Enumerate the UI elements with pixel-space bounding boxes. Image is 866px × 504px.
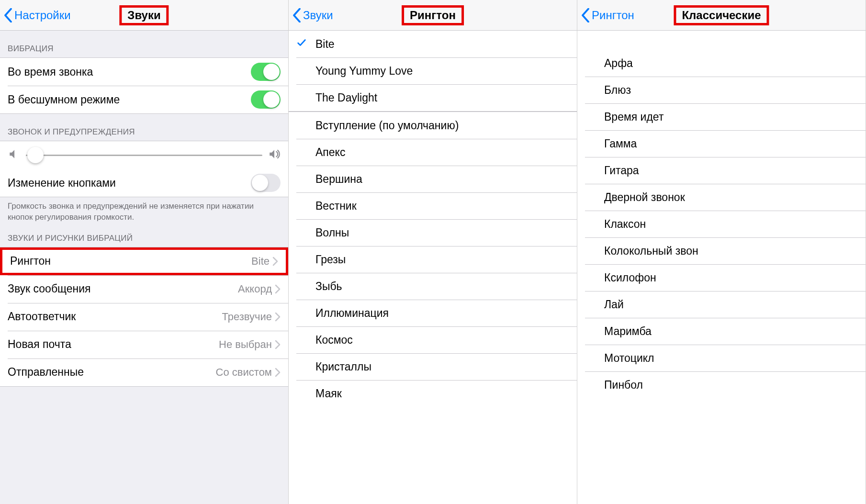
group-ringer: Изменение кнопками [0, 141, 288, 197]
content-scroll[interactable]: ВИБРАЦИЯ Во время звонка В бесшумном реж… [0, 31, 288, 504]
classic-item[interactable]: Пинбол [577, 371, 866, 398]
chevron-left-icon [292, 8, 301, 22]
classic-item[interactable]: Время идет [577, 103, 866, 130]
row-sound-setting[interactable]: АвтоответчикТрезвучие [0, 303, 288, 331]
chevron-left-icon [4, 8, 12, 22]
chevron-left-icon [581, 8, 590, 22]
ringtone-label: Вступление (по умолчанию) [315, 119, 569, 132]
chevron-right-icon [275, 312, 281, 322]
row-label: Во время звонка [8, 66, 251, 78]
classic-item[interactable]: Клаксон [577, 211, 866, 237]
row-label: Рингтон [10, 255, 251, 268]
classic-label: Арфа [604, 57, 858, 70]
ringtone-item[interactable]: Кристаллы [289, 353, 577, 380]
classic-label: Лай [604, 298, 858, 311]
row-label: Звук сообщения [8, 282, 238, 295]
ringtone-item[interactable]: Космос [289, 326, 577, 353]
ringtone-item[interactable]: Грезы [289, 246, 577, 273]
ringtone-item[interactable]: The Daylight [289, 84, 577, 111]
ringtone-label: Зыбь [315, 280, 569, 293]
section-header-ringer: ЗВОНОК И ПРЕДУПРЕЖДЕНИЯ [0, 114, 288, 141]
row-vibrate-on-silent[interactable]: В бесшумном режиме [0, 86, 288, 113]
ringtone-label: Вершина [315, 173, 569, 186]
switch-vibrate-on-silent[interactable] [251, 90, 281, 109]
ringtone-item[interactable]: Апекс [289, 139, 577, 166]
classic-item[interactable]: Гитара [577, 157, 866, 184]
classic-label: Колокольный звон [604, 245, 858, 258]
ringtone-label: Волны [315, 226, 569, 239]
ringtone-label: Апекс [315, 146, 569, 159]
navbar: Рингтон Классические [577, 0, 866, 31]
ringtone-list[interactable]: BiteYoung Yummy LoveThe DaylightВступлен… [289, 31, 577, 504]
classic-item[interactable]: Ксилофон [577, 264, 866, 291]
ringtone-item[interactable]: Волны [289, 219, 577, 246]
screen-classic: Рингтон Классические АрфаБлюзВремя идетГ… [577, 0, 866, 504]
back-label: Настройки [14, 9, 71, 22]
row-label: Отправленные [8, 366, 216, 379]
row-label: В бесшумном режиме [8, 93, 251, 106]
row-vibrate-on-ring[interactable]: Во время звонка [0, 58, 288, 86]
back-button[interactable]: Звуки [292, 8, 333, 22]
row-change-with-buttons[interactable]: Изменение кнопками [0, 169, 288, 197]
group-vibration: Во время звонка В бесшумном режиме [0, 57, 288, 114]
chevron-right-icon [272, 257, 278, 266]
switch-change-with-buttons[interactable] [251, 174, 281, 192]
ringtone-item[interactable]: Иллюминация [289, 300, 577, 326]
row-sound-setting[interactable]: ОтправленныеСо свистом [0, 358, 288, 386]
classic-label: Время идет [604, 111, 858, 123]
navbar: Настройки Звуки [0, 0, 288, 31]
row-sound-setting[interactable]: Новая почтаНе выбран [0, 331, 288, 358]
row-label: Изменение кнопками [8, 177, 251, 190]
ringtone-label: Bite [315, 38, 569, 51]
back-label: Звуки [303, 9, 333, 22]
back-button[interactable]: Рингтон [581, 8, 634, 22]
section-header-vibration: ВИБРАЦИЯ [0, 31, 288, 57]
ringtone-item[interactable]: Вестник [289, 192, 577, 219]
back-label: Рингтон [592, 9, 634, 22]
row-value: Трезвучие [222, 311, 272, 323]
ringtone-item[interactable]: Вершина [289, 166, 577, 192]
volume-slider[interactable] [26, 155, 262, 156]
ringtone-item[interactable]: Маяк [289, 380, 577, 407]
row-volume-slider[interactable] [0, 141, 288, 169]
classic-label: Дверной звонок [604, 191, 858, 204]
slider-thumb[interactable] [27, 147, 44, 163]
switch-vibrate-on-ring[interactable] [251, 63, 281, 81]
ringtone-label: Иллюминация [315, 307, 569, 320]
classic-label: Гитара [604, 164, 858, 177]
classic-label: Ксилофон [604, 271, 858, 284]
ringtone-label: Маяк [315, 387, 569, 400]
classic-item[interactable]: Колокольный звон [577, 237, 866, 264]
chevron-right-icon [275, 340, 281, 349]
volume-high-icon [268, 148, 281, 162]
section-footer-ringer: Громкость звонка и предупреждений не изм… [0, 197, 288, 225]
classic-list[interactable]: АрфаБлюзВремя идетГаммаГитараДверной зво… [577, 31, 866, 504]
ringtone-item[interactable]: Вступление (по умолчанию) [289, 112, 577, 139]
chevron-right-icon [275, 368, 281, 377]
ringtone-label: Кристаллы [315, 360, 569, 373]
classic-label: Мотоцикл [604, 352, 858, 365]
classic-item[interactable]: Блюз [577, 77, 866, 103]
classic-item[interactable]: Арфа [577, 50, 866, 77]
classic-item[interactable]: Дверной звонок [577, 184, 866, 211]
back-button[interactable]: Настройки [4, 8, 71, 22]
ringtone-item[interactable]: Зыбь [289, 273, 577, 300]
section-header-sounds: ЗВУКИ И РИСУНКИ ВИБРАЦИЙ [0, 225, 288, 247]
group-sounds: РингтонBiteЗвук сообщенияАккордАвтоответ… [0, 247, 288, 387]
navbar: Звуки Рингтон [289, 0, 577, 31]
row-sound-setting[interactable]: РингтонBite [0, 247, 288, 275]
classic-label: Клаксон [604, 218, 858, 231]
classic-item[interactable]: Лай [577, 291, 866, 318]
classic-item[interactable]: Гамма [577, 130, 866, 157]
row-value: Не выбран [219, 338, 272, 351]
ringtone-item[interactable]: Bite [289, 31, 577, 57]
classic-item[interactable]: Мотоцикл [577, 345, 866, 371]
row-value: Bite [251, 255, 270, 268]
switch-knob [263, 64, 280, 80]
classic-item[interactable]: Маримба [577, 318, 866, 345]
row-sound-setting[interactable]: Звук сообщенияАккорд [0, 275, 288, 303]
chevron-right-icon [275, 284, 281, 294]
ringtone-item[interactable]: Young Yummy Love [289, 57, 577, 84]
switch-knob [252, 175, 268, 191]
row-label: Автоответчик [8, 310, 222, 323]
